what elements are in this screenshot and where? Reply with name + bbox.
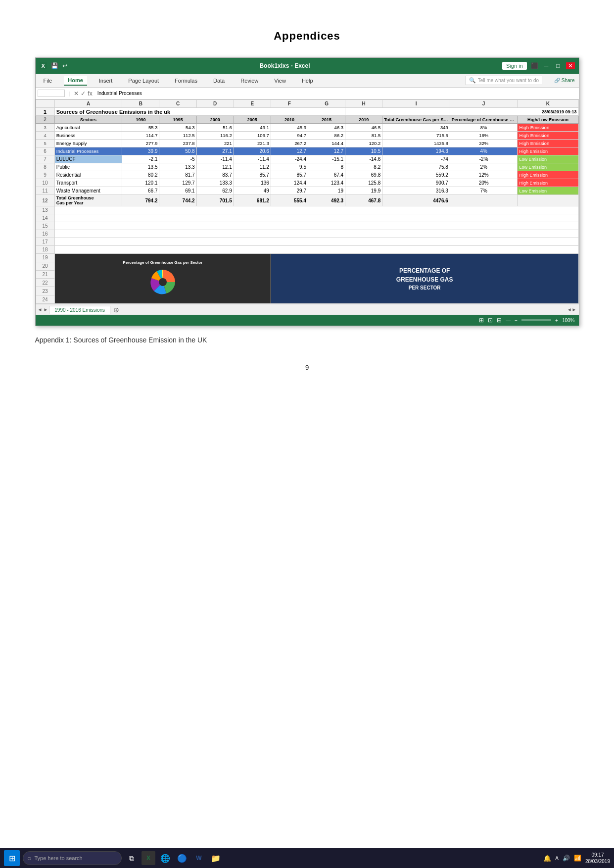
cell-lulucf[interactable]: LULUCF xyxy=(54,155,122,163)
ribbon-tab-review[interactable]: Review xyxy=(236,76,262,85)
cell-agricultural[interactable]: Agricultural xyxy=(54,124,122,132)
table-row: 8 Public 13.5 13.3 12.1 11.2 9.5 8 8.2 7… xyxy=(36,163,578,171)
ribbon-search-text[interactable]: Tell me what you want to do xyxy=(478,78,539,83)
hl-business: High Emission xyxy=(518,132,578,140)
share-button[interactable]: 🔗 Share xyxy=(554,78,574,83)
hl-waste: Low Emission xyxy=(518,187,578,195)
search-circle-icon: ○ xyxy=(27,854,31,862)
cell-total: Total GreenhouseGas per Year xyxy=(54,195,122,206)
sheet-tab-emissions[interactable]: 1990 - 2016 Emissions xyxy=(49,306,110,314)
page-title: Appendices xyxy=(274,30,340,43)
row-num-2: 2 xyxy=(36,116,54,124)
taskbar-taskview-button[interactable]: ⧉ xyxy=(125,851,139,865)
hl-public: Low Emission xyxy=(518,163,578,171)
close-button[interactable]: ✕ xyxy=(566,62,575,69)
taskbar-speaker-icon[interactable]: 🔊 xyxy=(563,855,570,862)
bar-chart-title-2: GREENHOUSE GAS xyxy=(396,275,453,284)
col-D[interactable]: D xyxy=(196,100,234,108)
col-K[interactable]: K xyxy=(518,100,578,108)
filename: Book1xlxs - Excel xyxy=(259,62,310,69)
taskbar-time-value: 09:17 xyxy=(585,852,610,858)
row-num-11: 11 xyxy=(36,187,54,195)
excel-icon: X xyxy=(40,62,47,69)
taskbar: ⊞ ○ Type here to search ⧉ X 🌐 🔵 W 📁 🔔 A … xyxy=(0,848,614,868)
status-table-icon[interactable]: ⊞ xyxy=(479,317,484,324)
ribbon-search[interactable]: 🔍 Tell me what you want to do xyxy=(466,76,542,85)
ribbon-tab-insert[interactable]: Insert xyxy=(95,76,117,85)
tab-nav-left[interactable]: ◄ xyxy=(38,307,43,312)
col-B[interactable]: B xyxy=(122,100,159,108)
status-view-layout[interactable]: ⊟ xyxy=(497,317,502,324)
corner-cell xyxy=(36,100,54,108)
cell-business[interactable]: Business xyxy=(54,132,122,140)
hl-lulucf: Low Emission xyxy=(518,155,578,163)
cell-energy[interactable]: Energy Supply xyxy=(54,140,122,147)
quick-access-save[interactable]: 💾 xyxy=(51,62,58,69)
taskbar-excel-button[interactable]: X xyxy=(142,851,155,865)
col-G[interactable]: G xyxy=(308,100,345,108)
header-1995: 1995 xyxy=(159,116,196,124)
cell-residential[interactable]: Residential xyxy=(54,171,122,179)
header-2010: 2010 xyxy=(271,116,308,124)
ribbon-tab-help[interactable]: Help xyxy=(298,76,317,85)
table-row: 4 Business 114.7 112.5 116.2 109.7 94.7 … xyxy=(36,132,578,140)
ribbon-tab-formulas[interactable]: Formulas xyxy=(171,76,201,85)
col-H[interactable]: H xyxy=(345,100,382,108)
taskbar-folder-button[interactable]: 📁 xyxy=(209,851,223,865)
confirm-formula-icon[interactable]: ✓ xyxy=(81,90,86,97)
header-2019: 2019 xyxy=(345,116,382,124)
col-J[interactable]: J xyxy=(450,100,518,108)
sign-in-button[interactable]: Sign in xyxy=(502,62,527,70)
table-row: 16 xyxy=(36,230,578,238)
svg-point-0 xyxy=(159,278,167,286)
ribbon-tab-pagelayout[interactable]: Page Layout xyxy=(124,76,163,85)
row-num-5: 5 xyxy=(36,140,54,147)
cell-reference-input[interactable]: A6 xyxy=(38,90,65,97)
row-num-3: 3 xyxy=(36,124,54,132)
minimize-button[interactable]: ─ xyxy=(542,62,551,69)
row-num-7: 7 xyxy=(36,155,54,163)
taskbar-edge-button[interactable]: 🔵 xyxy=(175,851,189,865)
hl-energy: High Emission xyxy=(518,140,578,147)
bar-chart-title-3: PER SECTOR xyxy=(409,284,441,291)
status-zoom-in[interactable]: + xyxy=(555,318,558,323)
tab-nav-right[interactable]: ► xyxy=(43,307,48,312)
ribbon-tab-data[interactable]: Data xyxy=(209,76,229,85)
taskbar-search-label[interactable]: Type here to search xyxy=(34,855,82,861)
ribbon-tab-home[interactable]: Home xyxy=(64,76,87,86)
cell-industrial[interactable]: Industrial Processes xyxy=(54,147,122,155)
col-C[interactable]: C xyxy=(159,100,196,108)
cell-transport[interactable]: Transport xyxy=(54,179,122,187)
cancel-formula-icon[interactable]: ✕ xyxy=(74,90,79,97)
col-E[interactable]: E xyxy=(234,100,271,108)
taskbar-network-icon[interactable]: 📶 xyxy=(574,855,581,862)
taskbar-search[interactable]: ○ Type here to search xyxy=(23,851,122,865)
bar-chart-title-1: PERCENTAGE OF xyxy=(399,266,450,275)
col-A[interactable]: A xyxy=(54,100,122,108)
table-row: 2 Sectors 1990 1995 2000 2005 2010 2015 … xyxy=(36,116,578,124)
status-zoom-out[interactable]: − xyxy=(515,318,518,323)
formula-icons: ✕ ✓ fx xyxy=(74,90,92,97)
table-row: 9 Residential 80.2 81.7 83.7 85.7 85.7 6… xyxy=(36,171,578,179)
taskbar-chrome-button[interactable]: 🌐 xyxy=(158,851,172,865)
start-button[interactable]: ⊞ xyxy=(4,850,20,866)
cell-waste[interactable]: Waste Management xyxy=(54,187,122,195)
status-view-normal[interactable]: ⊡ xyxy=(488,317,493,324)
header-total: Total Greenhouse Gas per Sector xyxy=(382,116,450,124)
col-I[interactable]: I xyxy=(382,100,450,108)
ribbon-toggle-icon[interactable]: ⬛ xyxy=(531,62,538,69)
taskbar-notification-icon[interactable]: 🔔 xyxy=(543,855,551,862)
ribbon-tab-file[interactable]: File xyxy=(40,76,56,85)
col-F[interactable]: F xyxy=(271,100,308,108)
ribbon: File Home Insert Page Layout Formulas Da… xyxy=(36,74,579,88)
maximize-button[interactable]: □ xyxy=(554,62,562,69)
insert-function-icon[interactable]: fx xyxy=(88,90,92,97)
ribbon-tab-view[interactable]: View xyxy=(270,76,290,85)
cell-public[interactable]: Public xyxy=(54,163,122,171)
table-row: 11 Waste Management 66.7 69.1 62.9 49 29… xyxy=(36,187,578,195)
quick-access-undo[interactable]: ↩ xyxy=(62,62,67,69)
add-sheet-button[interactable]: ⊕ xyxy=(113,306,119,314)
taskbar-word-button[interactable]: W xyxy=(192,851,206,865)
taskbar-lang: A xyxy=(555,856,559,861)
hl-transport: High Emission xyxy=(518,179,578,187)
